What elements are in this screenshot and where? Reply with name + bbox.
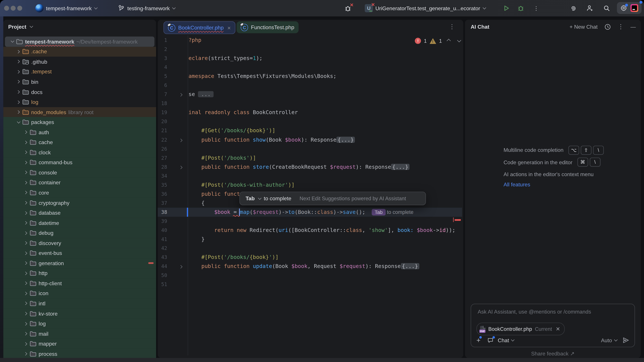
vcs-branch-selector[interactable]: testing-framework — [118, 0, 174, 16]
chat-more-button[interactable]: ⋮ — [618, 23, 624, 30]
code-line-41[interactable]: 41 } — [158, 235, 462, 244]
code-line-44[interactable]: 44 public function update(Book $book, Re… — [158, 262, 462, 271]
chevron-right-icon[interactable] — [24, 251, 27, 255]
attach-button[interactable]: + — [476, 337, 480, 344]
chevron-right-icon[interactable] — [24, 241, 27, 245]
tree-item-debug[interactable]: debug — [3, 228, 156, 238]
chevron-right-icon[interactable] — [24, 201, 27, 204]
chevron-right-icon[interactable] — [24, 352, 27, 356]
tab-functionstest[interactable]: C FunctionsTest.php — [237, 21, 298, 33]
tree-item-log[interactable]: log — [3, 97, 156, 107]
code-line-43[interactable]: 43 #[Post('/books/{book}')] — [158, 253, 462, 262]
all-features-link[interactable]: All features — [504, 181, 530, 188]
line-number[interactable]: 51 — [158, 280, 167, 289]
chevron-down-icon[interactable] — [17, 120, 20, 123]
send-button[interactable] — [622, 337, 630, 344]
tree-item-clock[interactable]: clock — [3, 147, 156, 157]
window-zoom-button[interactable] — [17, 6, 22, 10]
chevron-right-icon[interactable] — [24, 261, 27, 265]
window-close-button[interactable] — [4, 6, 9, 10]
code-line-18[interactable]: 18 — [158, 99, 462, 108]
tree-item-event-bus[interactable]: event-bus — [3, 248, 156, 258]
tree-item-console[interactable]: console — [3, 167, 156, 177]
chevron-right-icon[interactable] — [24, 231, 27, 235]
line-number[interactable]: 21 — [158, 126, 167, 135]
code-line-7[interactable]: 7se ... — [158, 90, 462, 99]
tree-item-http[interactable]: http — [3, 268, 156, 278]
tree-item-process[interactable]: process — [3, 349, 156, 359]
code-line-2[interactable]: 2 — [158, 45, 462, 54]
tree-item-log[interactable]: log — [3, 319, 156, 329]
tree-item-icon[interactable]: icon — [3, 289, 156, 299]
line-number[interactable]: 26 — [158, 144, 167, 153]
line-number[interactable]: 44 — [158, 262, 167, 271]
line-number[interactable]: 18 — [158, 99, 167, 108]
chevron-right-icon[interactable] — [24, 171, 27, 174]
settings-button[interactable] — [620, 4, 627, 11]
code-line-51[interactable]: 51 — [158, 280, 462, 289]
chevron-right-icon[interactable] — [16, 110, 20, 114]
chevron-right-icon[interactable] — [24, 322, 27, 326]
error-stripe-mark[interactable] — [455, 219, 461, 221]
run-configuration[interactable]: U✕ UriGeneratorTest.test_generate_u...ec… — [365, 0, 485, 16]
code-line-26[interactable]: 26 — [158, 144, 462, 153]
code-with-me-button[interactable] — [586, 0, 594, 16]
tree-item-cache[interactable]: cache — [3, 137, 156, 147]
tab-bookcontroller[interactable]: C BookController.php × — [164, 21, 235, 34]
chat-input-box[interactable]: Ask AI Assistant, use @mentions or /comm… — [471, 304, 635, 347]
line-number[interactable]: 2 — [158, 45, 167, 54]
line-number[interactable]: 20 — [158, 117, 167, 126]
debug-button[interactable] — [517, 0, 524, 16]
chevron-right-icon[interactable] — [24, 191, 27, 194]
line-number[interactable]: 5 — [158, 72, 167, 81]
tree-item-packages[interactable]: packages — [3, 117, 156, 127]
failed-tests-indicator[interactable]: ✕ — [344, 0, 352, 16]
chevron-right-icon[interactable] — [24, 282, 27, 285]
line-number[interactable]: 41 — [158, 235, 167, 244]
chevron-right-icon[interactable] — [24, 332, 27, 336]
tree-item-http-client[interactable]: http-client — [3, 278, 156, 289]
chevron-right-icon[interactable] — [24, 342, 27, 346]
tree-item-container[interactable]: container — [3, 178, 156, 188]
fold-arrow-icon[interactable] — [180, 262, 182, 271]
line-number[interactable]: 27 — [158, 153, 167, 162]
line-number[interactable]: 7 — [158, 90, 167, 99]
chevron-right-icon[interactable] — [24, 211, 27, 215]
chevron-right-icon[interactable] — [24, 221, 27, 225]
code-line-27[interactable]: 27 #[Post('/books')] — [158, 153, 462, 162]
code-line-20[interactable]: 20 — [158, 117, 462, 126]
line-number[interactable]: 34 — [158, 171, 167, 180]
chat-mode-selector[interactable] — [487, 337, 494, 344]
window-minimize-button[interactable] — [11, 6, 16, 10]
chevron-right-icon[interactable] — [16, 50, 20, 53]
tree-item-core[interactable]: core — [3, 188, 156, 198]
chevron-right-icon[interactable] — [16, 70, 20, 73]
chevron-right-icon[interactable] — [24, 292, 27, 295]
model-selector[interactable]: Auto — [601, 337, 616, 344]
tree-item-cache[interactable]: .cache — [3, 46, 156, 57]
chevron-right-icon[interactable] — [24, 181, 27, 184]
ide-logo-icon[interactable] — [630, 4, 638, 12]
tab-options-button[interactable]: ⋮ — [449, 23, 455, 30]
project-panel-header[interactable]: Project — [8, 20, 32, 34]
chevron-right-icon[interactable] — [24, 141, 27, 144]
line-number[interactable]: 28 — [158, 162, 167, 171]
line-number[interactable]: 1 — [158, 36, 167, 45]
hide-panel-button[interactable]: — — [630, 24, 636, 30]
tree-item-cryptography[interactable]: cryptography — [3, 198, 156, 208]
chevron-right-icon[interactable] — [16, 100, 20, 104]
tree-item-mapper[interactable]: mapper — [3, 339, 156, 349]
code-line-42[interactable]: 42 — [158, 244, 462, 253]
run-button[interactable] — [503, 0, 510, 16]
line-number[interactable]: 39 — [158, 217, 167, 226]
chevron-right-icon[interactable] — [16, 60, 20, 63]
chevron-right-icon[interactable] — [16, 90, 20, 94]
code-line-28[interactable]: 28 public function store(CreateBookReque… — [158, 162, 462, 171]
line-number[interactable]: 22 — [158, 135, 167, 144]
chat-mode-label-wrap[interactable]: Chat — [498, 337, 514, 344]
line-number[interactable]: 19 — [158, 108, 167, 117]
code-line-4[interactable]: 4 — [158, 63, 462, 72]
code-line-40[interactable]: 40 return new Redirect(uri([BookControll… — [158, 226, 462, 235]
tree-item-intl[interactable]: intl — [3, 299, 156, 309]
tree-item-kv-store[interactable]: kv-store — [3, 309, 156, 319]
